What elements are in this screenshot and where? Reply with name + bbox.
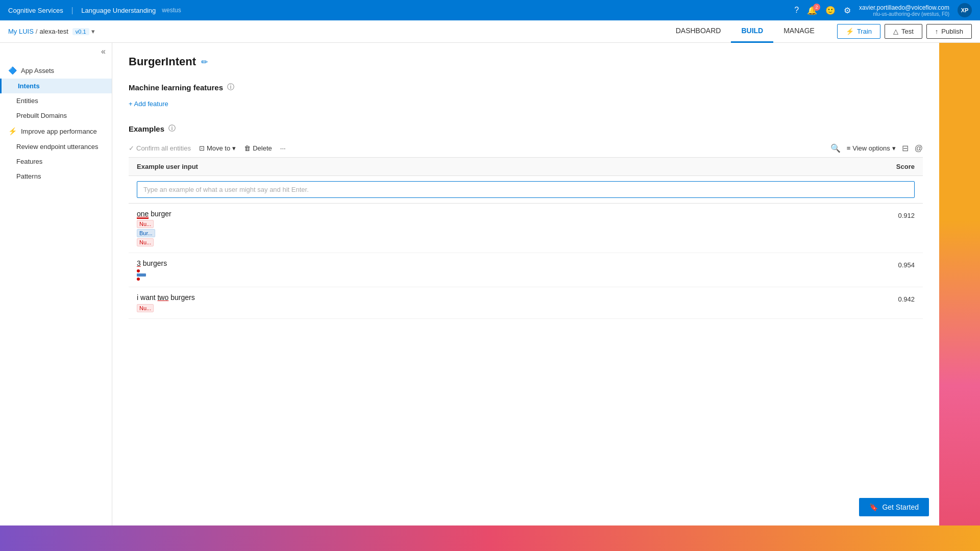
publish-button[interactable]: ↑ Publish [926, 24, 972, 39]
entity-tags-4 [137, 269, 874, 272]
ml-info-icon[interactable]: ⓘ [227, 83, 234, 92]
test-button[interactable]: △ Test [885, 24, 922, 39]
example-word-i: i [137, 293, 138, 302]
example-input-field[interactable] [137, 181, 915, 198]
tab-build[interactable]: BUILD [731, 20, 773, 43]
example-text-3: i want two burgers [137, 293, 874, 302]
tab-manage[interactable]: MANAGE [773, 20, 825, 43]
confirm-entities-button[interactable]: ✓ Confirm all entities [129, 144, 191, 152]
input-col-header: Example user input [137, 163, 874, 170]
nav-actions: ⚡ Train △ Test ↑ Publish [837, 24, 972, 39]
example-score-3: 0.942 [874, 293, 915, 303]
example-score-2: 0.954 [874, 259, 915, 269]
sidebar-label-entities: Entities [16, 97, 38, 105]
get-started-button[interactable]: 🔖 Get Started [859, 498, 929, 516]
main-layout: « 🔷 App Assets Intents Entities Prebuilt… [0, 43, 939, 525]
test-icon: △ [893, 28, 898, 35]
sidebar-label-improve: Improve app performance [21, 128, 97, 135]
tab-dashboard[interactable]: DASHBOARD [666, 20, 731, 43]
entity-tag-3-red2 [137, 278, 140, 281]
filter-icon[interactable]: ⊟ [902, 143, 909, 153]
get-started-icon: 🔖 [869, 503, 878, 511]
top-nav: Cognitive Services | Language Understand… [0, 0, 980, 20]
emoji-icon[interactable]: 🙂 [825, 6, 836, 15]
examples-section-title: Examples [129, 124, 164, 133]
entity-tags-7: Nu... [137, 304, 874, 312]
more-button[interactable]: ··· [280, 144, 286, 152]
examples-info-icon[interactable]: ⓘ [168, 124, 176, 133]
example-content-1: one burger Nu... Bur... Nu... [137, 210, 874, 246]
sidebar-item-entities[interactable]: Entities [0, 93, 112, 108]
entity-tag-bur: Bur... [137, 229, 155, 237]
service-label: Language Understanding [81, 7, 156, 14]
notification-badge[interactable]: 🔔 2 [807, 6, 817, 15]
example-word-burgers-2: burgers [143, 259, 167, 267]
sidebar-label-review: Review endpoint utterances [16, 143, 98, 151]
examples-section-header: Examples ⓘ [129, 124, 923, 133]
example-content-2: 3 burgers [137, 259, 874, 281]
content-area: BurgerIntent ✏ Machine learning features… [112, 43, 939, 525]
user-info: xavier.portillaedo@voiceflow.com nlu-us-… [859, 4, 949, 17]
sidebar-collapse-button[interactable]: « [0, 43, 112, 60]
ml-section-title: Machine learning features [129, 83, 223, 92]
example-score-1: 0.912 [874, 210, 915, 219]
example-word-one: one [137, 210, 149, 218]
view-options-button[interactable]: ≡ View options ▾ [847, 144, 896, 152]
user-avatar[interactable]: XP [958, 3, 972, 17]
breadcrumb-app-name[interactable]: alexa-test [39, 28, 68, 35]
publish-icon: ↑ [935, 28, 939, 35]
settings-icon[interactable]: ⚙ [844, 6, 851, 15]
example-content-3: i want two burgers Nu... [137, 293, 874, 312]
sidebar-label-intents: Intents [18, 82, 40, 90]
example-row-1: one burger Nu... Bur... Nu... 0.912 [129, 204, 923, 253]
sidebar: « 🔷 App Assets Intents Entities Prebuilt… [0, 43, 112, 525]
delete-button[interactable]: 🗑 Delete [244, 144, 272, 152]
entity-tag-3-blue [137, 273, 146, 277]
table-header: Example user input Score [129, 158, 923, 176]
sidebar-item-patterns[interactable]: Patterns [0, 169, 112, 184]
sidebar-item-review-endpoint[interactable]: Review endpoint utterances [0, 139, 112, 154]
move-to-button[interactable]: ⊡ Move to ▾ [199, 144, 236, 152]
nav-separator: | [71, 6, 74, 14]
version-badge[interactable]: v0.1 [72, 28, 89, 35]
search-icon[interactable]: 🔍 [830, 143, 841, 153]
region-label: westus [162, 7, 181, 14]
breadcrumb-chevron[interactable]: ▾ [91, 28, 95, 35]
sidebar-label-app-assets: App Assets [21, 67, 54, 74]
train-button[interactable]: ⚡ Train [837, 24, 880, 39]
example-row-2: 3 burgers 0.954 [129, 253, 923, 287]
add-feature-button[interactable]: + Add feature [129, 98, 923, 110]
edit-icon[interactable]: ✏ [201, 57, 208, 67]
page-title-row: BurgerIntent ✏ [129, 55, 923, 68]
confirm-check-icon: ✓ [129, 144, 134, 152]
score-col-header: Score [874, 163, 915, 170]
entity-tags-6 [137, 278, 874, 281]
bg-right-gradient [939, 0, 980, 551]
sidebar-label-patterns: Patterns [16, 172, 41, 180]
sidebar-item-app-assets[interactable]: 🔷 App Assets [0, 62, 112, 79]
example-word-burgers-3: burgers [170, 293, 194, 302]
sidebar-item-features[interactable]: Features [0, 154, 112, 169]
sidebar-item-improve-app[interactable]: ⚡ Improve app performance [0, 123, 112, 139]
ml-section-header: Machine learning features ⓘ [129, 83, 923, 92]
sidebar-section-main: 🔷 App Assets Intents Entities Prebuilt D… [0, 60, 112, 186]
app-assets-icon: 🔷 [8, 66, 17, 74]
examples-section: Examples ⓘ ✓ Confirm all entities ⊡ Move… [129, 124, 923, 319]
example-text-2: 3 burgers [137, 259, 874, 267]
improve-app-icon: ⚡ [8, 127, 17, 135]
entity-tags-1: Nu... [137, 220, 874, 228]
sidebar-item-prebuilt-domains[interactable]: Prebuilt Domains [0, 108, 112, 123]
breadcrumb-my-luis[interactable]: My LUIS [8, 28, 34, 35]
example-word-want: want [140, 293, 156, 302]
entity-tag-nu2: Nu... [137, 238, 154, 246]
entity-tags-2: Bur... [137, 229, 874, 237]
entity-tag-nu-3: Nu... [137, 304, 154, 312]
breadcrumb-sep: / [36, 28, 38, 35]
mention-icon[interactable]: @ [915, 144, 923, 153]
sidebar-item-intents[interactable]: Intents [0, 79, 112, 93]
delete-icon: 🗑 [244, 144, 251, 152]
sidebar-label-features: Features [16, 158, 42, 165]
get-started-label: Get Started [882, 503, 919, 511]
help-icon[interactable]: ? [794, 6, 799, 15]
train-icon: ⚡ [846, 28, 854, 35]
